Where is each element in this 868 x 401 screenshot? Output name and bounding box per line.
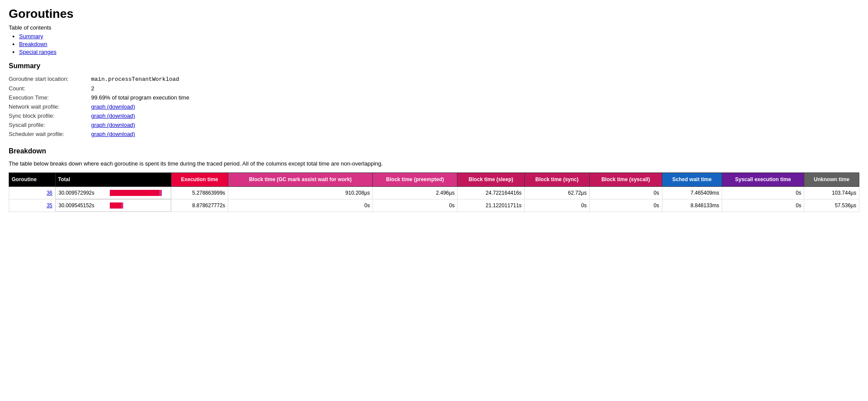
col-header-total: Total — [55, 172, 171, 187]
cell-syscall-block: 0s — [589, 199, 662, 212]
bar-red — [110, 202, 122, 209]
summary-value-scheduler: graph (download) — [91, 129, 193, 139]
table-row: 3530.009545152s8.878627772s0s0s21.122011… — [9, 199, 859, 212]
summary-value-syscall: graph (download) — [91, 120, 193, 129]
summary-heading: Summary — [9, 62, 859, 70]
summary-row-network: Network wait profile: graph (download) — [9, 102, 193, 111]
table-row: 3630.009572992s5.278863999s910.208µs2.49… — [9, 187, 859, 199]
summary-value-network: graph (download) — [91, 102, 193, 111]
goroutine-link[interactable]: 35 — [46, 202, 52, 209]
toc-item-summary[interactable]: Summary — [19, 33, 859, 40]
toc-label: Table of contents — [9, 24, 859, 31]
summary-label-location: Goroutine start location: — [9, 74, 91, 84]
summary-row-sync: Sync block profile: graph (download) — [9, 111, 193, 120]
cell-total: 30.009572992s — [56, 187, 171, 199]
col-header-unknown: Unknown time — [804, 172, 859, 187]
total-value: 30.009572992s — [59, 190, 106, 196]
cell-sync: 0s — [524, 199, 589, 212]
col-header-preempted: Block time (preempted) — [373, 172, 457, 187]
page-title: Goroutines — [9, 7, 859, 21]
summary-label-network: Network wait profile: — [9, 102, 91, 111]
summary-row-syscall: Syscall profile: graph (download) — [9, 120, 193, 129]
cell-syscall-exec: 0s — [722, 199, 804, 212]
cell-sleep: 24.722164416s — [457, 187, 524, 199]
cell-exec-time: 5.278863999s — [171, 187, 228, 199]
summary-label-scheduler: Scheduler wait profile: — [9, 129, 91, 139]
summary-row-scheduler: Scheduler wait profile: graph (download) — [9, 129, 193, 139]
col-header-sleep: Block time (sleep) — [457, 172, 524, 187]
summary-value-count: 2 — [91, 84, 193, 93]
toc-list: Summary Breakdown Special ranges — [9, 33, 859, 55]
toc-item-special-ranges[interactable]: Special ranges — [19, 48, 859, 55]
breakdown-heading: Breakdown — [9, 147, 859, 155]
cell-sched-wait: 7.465409ms — [662, 187, 722, 199]
summary-value-location: main.processTenantWorkload — [91, 74, 193, 84]
cell-syscall-block: 0s — [589, 187, 662, 199]
summary-label-sync: Sync block profile: — [9, 111, 91, 120]
toc-item-breakdown[interactable]: Breakdown — [19, 40, 859, 47]
breakdown-table: Goroutine Total Execution time Block tim… — [9, 172, 859, 212]
breakdown-description: The table below breaks down where each g… — [9, 159, 859, 168]
bar-red — [110, 190, 159, 196]
summary-label-exec-time: Execution Time: — [9, 93, 91, 102]
col-header-syscall: Block time (syscall) — [589, 172, 662, 187]
cell-preempted: 0s — [373, 199, 457, 212]
cell-sleep: 21.122011711s — [457, 199, 524, 212]
syscall-profile-link[interactable]: graph (download) — [91, 122, 135, 128]
summary-label-count: Count: — [9, 84, 91, 93]
cell-total: 30.009545152s — [56, 199, 171, 212]
toc-link-summary[interactable]: Summary — [19, 33, 43, 40]
summary-row-location: Goroutine start location: main.processTe… — [9, 74, 193, 84]
col-header-syscall-exec: Syscall execution time — [722, 172, 804, 187]
cell-gcmark: 910.208µs — [228, 187, 372, 199]
summary-row-count: Count: 2 — [9, 84, 193, 93]
cell-sync: 62.72µs — [524, 187, 589, 199]
cell-goroutine-id: 35 — [9, 199, 56, 212]
cell-unknown: 57.536µs — [804, 199, 859, 212]
cell-syscall-exec: 0s — [722, 187, 804, 199]
bar-pink — [122, 202, 123, 209]
summary-row-exec-time: Execution Time: 99.69% of total program … — [9, 93, 193, 102]
cell-goroutine-id: 36 — [9, 187, 56, 199]
total-value: 30.009545152s — [59, 202, 106, 209]
cell-gcmark: 0s — [228, 199, 372, 212]
network-profile-link[interactable]: graph (download) — [91, 103, 135, 110]
col-header-sched-wait: Sched wait time — [662, 172, 722, 187]
summary-value-exec-time: 99.69% of total program execution time — [91, 93, 193, 102]
col-header-gcmark: Block time (GC mark assist wait for work… — [228, 172, 372, 187]
goroutine-link[interactable]: 36 — [46, 190, 52, 196]
col-header-exec-time: Execution time — [171, 172, 228, 187]
bar-pink — [159, 190, 162, 196]
toc-link-breakdown[interactable]: Breakdown — [19, 41, 47, 47]
summary-table: Goroutine start location: main.processTe… — [9, 74, 193, 139]
cell-unknown: 103.744µs — [804, 187, 859, 199]
cell-exec-time: 8.878627772s — [171, 199, 228, 212]
time-bar — [110, 202, 168, 209]
col-header-sync: Block time (sync) — [524, 172, 589, 187]
scheduler-profile-link[interactable]: graph (download) — [91, 131, 135, 137]
cell-sched-wait: 8.848133ms — [662, 199, 722, 212]
toc-link-special-ranges[interactable]: Special ranges — [19, 49, 56, 55]
summary-value-sync: graph (download) — [91, 111, 193, 120]
cell-preempted: 2.496µs — [373, 187, 457, 199]
table-header-row: Goroutine Total Execution time Block tim… — [9, 172, 859, 187]
col-header-goroutine: Goroutine — [9, 172, 56, 187]
sync-profile-link[interactable]: graph (download) — [91, 113, 135, 119]
time-bar — [110, 190, 168, 196]
summary-label-syscall: Syscall profile: — [9, 120, 91, 129]
